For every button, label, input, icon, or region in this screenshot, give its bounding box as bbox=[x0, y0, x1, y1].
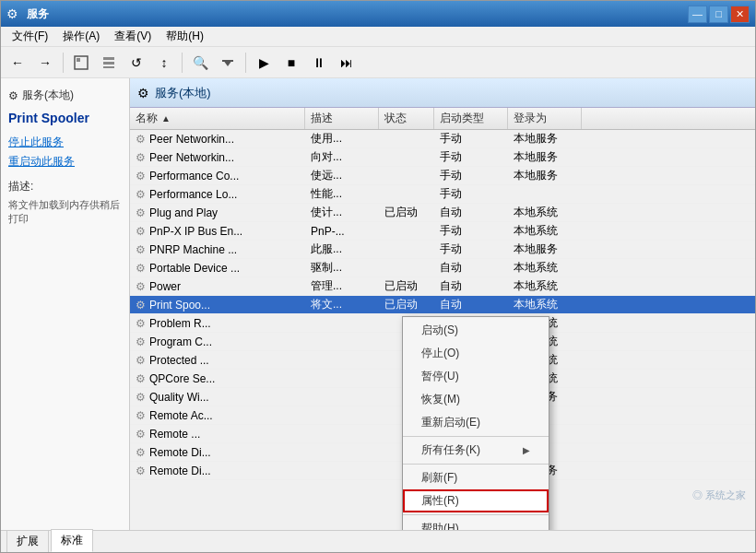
menu-bar: 文件(F) 操作(A) 查看(V) 帮助(H) bbox=[1, 27, 755, 47]
ctx-start[interactable]: 启动(S) bbox=[403, 319, 549, 342]
ctx-all-tasks[interactable]: 所有任务(K) ▶ bbox=[403, 439, 549, 462]
refresh-button[interactable]: ↺ bbox=[124, 51, 149, 75]
svg-rect-2 bbox=[103, 57, 114, 60]
gear-icon: ⚙ bbox=[136, 280, 146, 293]
gear-icon: ⚙ bbox=[136, 317, 146, 330]
table-row[interactable]: ⚙Power 管理... 已启动 自动 本地系统 bbox=[130, 277, 755, 296]
window-icon: ⚙ bbox=[6, 6, 21, 21]
next-button[interactable]: ⏭ bbox=[334, 51, 360, 75]
stop-service-link[interactable]: 停止此服务 bbox=[8, 135, 122, 150]
main-window: ⚙ 服务 — □ ✕ 文件(F) 操作(A) 查看(V) 帮助(H) ← → ↺… bbox=[0, 0, 756, 553]
gear-icon: ⚙ bbox=[136, 335, 146, 348]
toolbar: ← → ↺ ↕ 🔍 ▶ ■ ⏸ ⏭ bbox=[1, 47, 755, 78]
gear-icon: ⚙ bbox=[136, 188, 146, 201]
col-startup[interactable]: 启动类型 bbox=[434, 108, 508, 129]
services-header-icon: ⚙ bbox=[137, 86, 149, 100]
gear-icon-left: ⚙ bbox=[8, 89, 18, 102]
minimize-button[interactable]: — bbox=[688, 6, 707, 23]
forward-button[interactable]: → bbox=[32, 51, 58, 75]
col-status[interactable]: 状态 bbox=[379, 108, 434, 129]
svg-rect-4 bbox=[103, 66, 114, 68]
gear-icon: ⚙ bbox=[136, 170, 146, 182]
window-title: 服务 bbox=[27, 6, 688, 22]
ctx-restart[interactable]: 重新启动(E) bbox=[403, 411, 549, 434]
col-desc[interactable]: 描述 bbox=[305, 108, 379, 129]
table-row[interactable]: ⚙Portable Device ... 驱制... 自动 本地系统 bbox=[130, 259, 755, 277]
gear-icon: ⚙ bbox=[136, 372, 146, 385]
gear-icon: ⚙ bbox=[136, 262, 146, 275]
tab-extended[interactable]: 扩展 bbox=[6, 530, 49, 552]
desc-text: 将文件加载到内存供稍后打印 bbox=[8, 198, 122, 227]
table-row[interactable]: ⚙Peer Networkin... 使用... 手动 本地服务 bbox=[130, 130, 755, 148]
table-row[interactable]: ⚙PNRP Machine ... 此服... 手动 本地服务 bbox=[130, 241, 755, 259]
ctx-sep-2 bbox=[403, 464, 549, 465]
context-menu: 启动(S) 停止(O) 暂停(U) 恢复(M) 重新启动(E) 所有任务(K) … bbox=[402, 316, 549, 530]
ctx-stop[interactable]: 停止(O) bbox=[403, 342, 549, 365]
toolbar-btn-3[interactable] bbox=[215, 51, 241, 75]
pause-button[interactable]: ⏸ bbox=[306, 51, 332, 75]
back-button[interactable]: ← bbox=[5, 51, 30, 75]
ctx-sep-1 bbox=[403, 436, 549, 437]
left-panel-title: ⚙ 服务(本地) bbox=[8, 88, 122, 103]
table-row[interactable]: ⚙Plug and Play 使计... 已启动 自动 本地系统 bbox=[130, 204, 755, 222]
toolbar-sep-3 bbox=[245, 53, 246, 73]
toolbar-btn-2[interactable] bbox=[96, 51, 122, 75]
table-row[interactable]: ⚙Peer Networkin... 向对... 手动 本地服务 bbox=[130, 148, 755, 167]
ctx-help[interactable]: 帮助(H) bbox=[403, 517, 549, 530]
watermark: ◎ 系统之家 bbox=[692, 488, 746, 502]
table-row-highlighted[interactable]: ⚙Print Spoo... 将文... 已启动 自动 本地系统 bbox=[130, 296, 755, 314]
ctx-properties[interactable]: 属性(R) bbox=[403, 489, 549, 512]
ctx-refresh[interactable]: 刷新(F) bbox=[403, 466, 549, 489]
gear-icon: ⚙ bbox=[136, 133, 146, 146]
search-button[interactable]: 🔍 bbox=[187, 51, 213, 75]
menu-help[interactable]: 帮助(H) bbox=[159, 27, 211, 46]
gear-icon: ⚙ bbox=[136, 354, 146, 367]
gear-icon: ⚙ bbox=[136, 151, 146, 164]
svg-rect-3 bbox=[103, 62, 114, 65]
restart-service-link[interactable]: 重启动此服务 bbox=[8, 154, 122, 170]
menu-view[interactable]: 查看(V) bbox=[107, 27, 159, 46]
service-name: Print Spooler bbox=[8, 111, 122, 125]
svg-marker-6 bbox=[223, 60, 232, 66]
title-bar: ⚙ 服务 — □ ✕ bbox=[1, 1, 755, 27]
ctx-resume[interactable]: 恢复(M) bbox=[403, 388, 549, 411]
stop-button[interactable]: ■ bbox=[278, 51, 304, 75]
toolbar-btn-1[interactable] bbox=[68, 51, 94, 75]
gear-icon: ⚙ bbox=[136, 446, 146, 459]
gear-icon: ⚙ bbox=[136, 409, 146, 422]
export-button[interactable]: ↕ bbox=[151, 51, 177, 75]
gear-icon: ⚙ bbox=[136, 391, 146, 404]
close-button[interactable]: ✕ bbox=[730, 6, 750, 23]
gear-icon: ⚙ bbox=[136, 299, 146, 312]
col-logon[interactable]: 登录为 bbox=[508, 108, 582, 129]
gear-icon: ⚙ bbox=[136, 206, 146, 219]
table-header: 名称 ▲ 描述 状态 启动类型 登录为 bbox=[130, 108, 755, 130]
window-controls: — □ ✕ bbox=[688, 6, 750, 23]
toolbar-sep-1 bbox=[63, 53, 64, 73]
menu-action[interactable]: 操作(A) bbox=[55, 27, 107, 46]
submenu-arrow: ▶ bbox=[523, 445, 530, 455]
ctx-pause[interactable]: 暂停(U) bbox=[403, 365, 549, 388]
table-row[interactable]: ⚙Performance Co... 使远... 手动 本地服务 bbox=[130, 167, 755, 185]
gear-icon: ⚙ bbox=[136, 243, 146, 256]
tab-bar: 扩展 标准 bbox=[1, 530, 755, 552]
tab-standard[interactable]: 标准 bbox=[51, 529, 93, 552]
table-row[interactable]: ⚙PnP-X IP Bus En... PnP-... 手动 本地系统 bbox=[130, 222, 755, 241]
left-panel: ⚙ 服务(本地) Print Spooler 停止此服务 重启动此服务 描述: … bbox=[1, 78, 130, 530]
main-area: ⚙ 服务(本地) Print Spooler 停止此服务 重启动此服务 描述: … bbox=[1, 78, 755, 530]
menu-file[interactable]: 文件(F) bbox=[5, 27, 55, 46]
table-row[interactable]: ⚙Performance Lo... 性能... 手动 bbox=[130, 185, 755, 204]
toolbar-sep-2 bbox=[182, 53, 183, 73]
gear-icon: ⚙ bbox=[136, 428, 146, 441]
gear-icon: ⚙ bbox=[136, 225, 146, 238]
services-header-text: 服务(本地) bbox=[155, 85, 211, 101]
right-panel: ⚙ 服务(本地) 名称 ▲ 描述 状态 启动类型 登录为 ⚙Peer Ne bbox=[130, 78, 755, 530]
gear-icon: ⚙ bbox=[136, 465, 146, 477]
desc-label: 描述: bbox=[8, 179, 122, 194]
play-button[interactable]: ▶ bbox=[251, 51, 277, 75]
ctx-sep-3 bbox=[403, 514, 549, 515]
services-header: ⚙ 服务(本地) bbox=[130, 78, 755, 108]
maximize-button[interactable]: □ bbox=[709, 6, 728, 23]
col-name[interactable]: 名称 ▲ bbox=[130, 108, 305, 129]
svg-rect-1 bbox=[77, 58, 80, 62]
